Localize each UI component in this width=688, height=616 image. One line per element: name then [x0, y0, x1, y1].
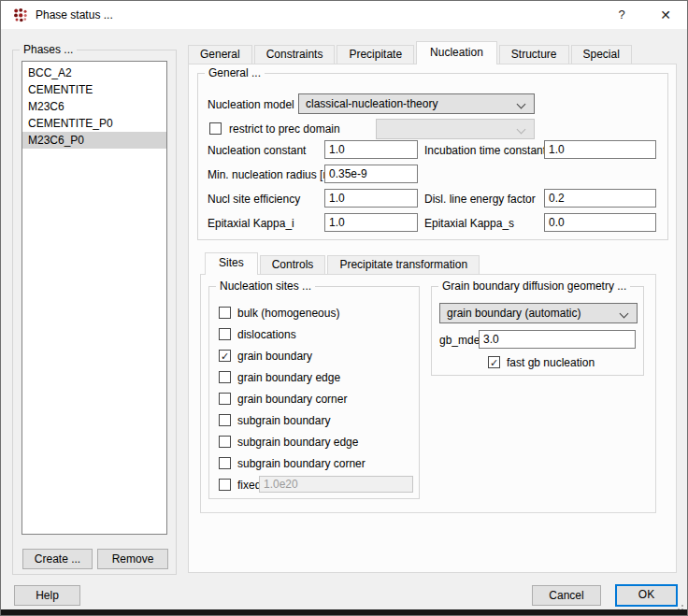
bulk-homogeneous-checkbox[interactable]	[219, 307, 231, 319]
epitaxial-kappa-i-input[interactable]	[324, 213, 418, 232]
fixed-checkbox[interactable]	[219, 479, 231, 491]
help-titlebar-button[interactable]: ?	[607, 1, 637, 29]
restrict-to-prec-domain-checkbox[interactable]	[209, 122, 222, 135]
dislocations-label: dislocations	[237, 327, 296, 342]
nucleation-model-value: classical-nucleation-theory	[306, 96, 437, 112]
tab-precipitate[interactable]: Precipitate	[337, 45, 414, 64]
grain-boundary-corner-label: grain boundary corner	[237, 392, 347, 407]
subtab-sites[interactable]: Sites	[205, 252, 258, 275]
tab-special[interactable]: Special	[571, 45, 632, 64]
phases-group-label: Phases ...	[20, 43, 77, 56]
list-item-selected[interactable]: M23C6_P0	[22, 132, 166, 149]
tab-structure[interactable]: Structure	[499, 45, 569, 64]
nucleation-tab-panel: General ... Nucleation model classical-n…	[188, 64, 677, 573]
min-nucleation-radius-label: Min. nucleation radius [m]	[208, 167, 336, 182]
tab-constraints[interactable]: Constraints	[254, 45, 336, 64]
incubation-time-constant-label: Incubation time constant	[424, 143, 546, 158]
nucl-site-efficiency-input[interactable]	[324, 189, 418, 208]
subtab-precipitate-transformation[interactable]: Precipitate transformation	[327, 255, 480, 274]
chevron-down-icon	[517, 125, 526, 135]
nucleation-model-select[interactable]: classical-nucleation-theory	[298, 93, 535, 114]
chevron-down-icon	[620, 309, 629, 319]
nucleation-model-label: Nucleation model	[208, 97, 294, 112]
subtab-controls[interactable]: Controls	[260, 255, 326, 274]
nucleation-sites-group-label: Nucleation sites ...	[216, 279, 315, 293]
nucleation-sites-groupbox: Nucleation sites ... bulk (homogeneous) …	[208, 286, 420, 499]
grain-boundary-edge-label: grain boundary edge	[237, 370, 340, 385]
grain-boundary-label: grain boundary	[237, 349, 312, 364]
window-title: Phase status ...	[36, 8, 113, 21]
gb-mdef-input[interactable]	[479, 330, 636, 349]
epitaxial-kappa-s-input[interactable]	[544, 213, 656, 232]
list-item[interactable]: M23C6	[22, 98, 166, 115]
tab-general[interactable]: General	[188, 45, 252, 64]
phase-status-dialog: Phase status ... ? ✕ Phases ... BCC_A2 C…	[0, 0, 688, 616]
create-button[interactable]: Create ...	[22, 549, 93, 569]
grain-boundary-edge-checkbox[interactable]	[219, 371, 231, 383]
subgrain-boundary-corner-label: subgrain boundary corner	[237, 456, 366, 471]
gb-diffusion-geometry-groupbox: Grain boundary diffusion geometry ... gr…	[431, 286, 644, 376]
list-item[interactable]: CEMENTITE	[22, 81, 166, 98]
grain-boundary-checkbox[interactable]: ✓	[219, 350, 231, 362]
fixed-label: fixed	[237, 478, 261, 493]
bottom-edge-strip	[1, 609, 687, 615]
resize-grip[interactable]	[681, 605, 683, 607]
nucleation-constant-input[interactable]	[324, 140, 418, 159]
titlebar[interactable]: Phase status ... ? ✕	[1, 1, 687, 29]
ok-button[interactable]: OK	[615, 584, 678, 607]
list-item[interactable]: BCC_A2	[22, 64, 166, 81]
list-item[interactable]: CEMENTITE_P0	[22, 115, 166, 132]
bulk-homogeneous-label: bulk (homogeneous)	[237, 306, 339, 321]
fixed-sites-input	[259, 476, 413, 493]
gb-mdef-label: gb_mdef	[439, 333, 483, 348]
nucl-site-efficiency-label: Nucl site efficiency	[208, 192, 300, 207]
disl-line-energy-factor-label: Disl. line energy factor	[424, 192, 536, 207]
matcalc-logo-icon	[13, 7, 29, 23]
subgrain-boundary-checkbox[interactable]	[219, 414, 231, 426]
subgrain-boundary-edge-checkbox[interactable]	[219, 436, 231, 448]
subgrain-boundary-label: subgrain boundary	[237, 413, 330, 428]
sub-tabbar: Sites Controls Precipitate transformatio…	[205, 255, 481, 274]
general-group-label: General ...	[205, 66, 265, 79]
grain-boundary-corner-checkbox[interactable]	[219, 393, 231, 405]
fast-gb-nucleation-checkbox[interactable]: ✓	[488, 356, 500, 368]
main-tabbar: General Constraints Precipitate Nucleati…	[188, 45, 634, 64]
subgrain-boundary-edge-label: subgrain boundary edge	[237, 435, 358, 450]
fast-gb-nucleation-label: fast gb nucleation	[507, 355, 595, 370]
help-button[interactable]: Help	[14, 585, 80, 606]
prec-domain-select	[376, 119, 535, 139]
phase-list[interactable]: BCC_A2 CEMENTITE M23C6 CEMENTITE_P0 M23C…	[22, 61, 167, 535]
incubation-time-constant-input[interactable]	[544, 140, 656, 159]
subgrain-boundary-corner-checkbox[interactable]	[219, 457, 231, 469]
epitaxial-kappa-s-label: Epitaxial Kappa_s	[424, 216, 514, 231]
min-nucleation-radius-input[interactable]	[324, 165, 418, 183]
nucleation-constant-label: Nucleation constant	[208, 143, 306, 158]
gb-geometry-value: grain boundary (automatic)	[447, 306, 580, 322]
cancel-button[interactable]: Cancel	[532, 585, 601, 606]
tab-nucleation[interactable]: Nucleation	[416, 41, 497, 64]
phases-groupbox: Phases ... BCC_A2 CEMENTITE M23C6 CEMENT…	[12, 50, 177, 575]
gb-geometry-select[interactable]: grain boundary (automatic)	[439, 303, 638, 323]
sites-tab-panel: Nucleation sites ... bulk (homogeneous) …	[200, 274, 656, 513]
restrict-to-prec-domain-label: restrict to prec domain	[229, 122, 340, 136]
epitaxial-kappa-i-label: Epitaxial Kappa_i	[208, 216, 294, 231]
remove-button[interactable]: Remove	[97, 549, 168, 569]
close-icon[interactable]: ✕	[648, 1, 683, 29]
general-groupbox: General ... Nucleation model classical-n…	[197, 73, 668, 240]
dislocations-checkbox[interactable]	[219, 328, 231, 340]
chevron-down-icon	[517, 100, 526, 109]
gb-diffusion-geometry-group-label: Grain boundary diffusion geometry ...	[438, 279, 630, 293]
disl-line-energy-factor-input[interactable]	[544, 189, 656, 208]
